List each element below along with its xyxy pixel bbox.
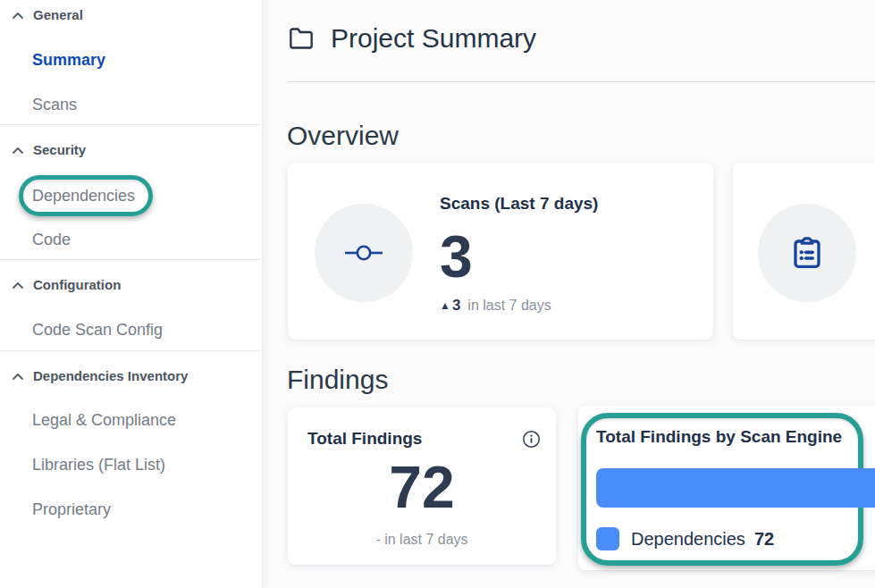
- chevron-up-icon: [12, 373, 24, 381]
- sidebar-section-label: General: [33, 5, 83, 25]
- scans-delta: ▲ 3 in last 7 days: [440, 295, 551, 316]
- clipboard-icon-circle: [758, 204, 856, 302]
- scan-commit-icon: [343, 241, 384, 265]
- main-content: Project Summary Overview Scans (Last 7 d…: [262, 0, 875, 588]
- sidebar-item-scans[interactable]: Scans: [32, 94, 77, 115]
- findings-heading: Findings: [287, 365, 388, 395]
- folder-icon: [287, 26, 316, 51]
- total-findings-title: Total Findings: [307, 428, 422, 449]
- total-findings-delta: - in last 7 days: [288, 532, 556, 548]
- legend-value: 72: [754, 529, 774, 550]
- sidebar-divider: [0, 124, 261, 125]
- sidebar-item-proprietary[interactable]: Proprietary: [32, 499, 111, 520]
- sidebar-item-libraries-flat-list[interactable]: Libraries (Flat List): [32, 454, 165, 475]
- scans-card-title: Scans (Last 7 days): [440, 193, 598, 214]
- sidebar-divider: [0, 350, 261, 351]
- sidebar-section-label: Configuration: [33, 275, 121, 295]
- sidebar-section-general[interactable]: General: [12, 5, 83, 25]
- scans-card: Scans (Last 7 days) 3 ▲ 3 in last 7 days: [288, 163, 713, 340]
- total-findings-card: Total Findings 72 - in last 7 days: [288, 407, 556, 565]
- legend-label: Dependencies: [631, 529, 745, 550]
- sidebar-section-configuration[interactable]: Configuration: [12, 275, 121, 295]
- chevron-up-icon: [12, 147, 24, 155]
- sidebar: General Summary Scans Security Dependenc…: [0, 0, 263, 588]
- sidebar-divider: [0, 259, 261, 260]
- up-triangle-icon: ▲: [440, 295, 450, 316]
- scans-icon-circle: [315, 204, 413, 302]
- chevron-up-icon: [12, 12, 24, 20]
- sidebar-section-label: Security: [33, 140, 86, 160]
- page-title: Project Summary: [331, 21, 536, 55]
- page-header: Project Summary: [287, 21, 536, 55]
- dependencies-bar-segment[interactable]: [596, 468, 875, 508]
- scans-delta-suffix: in last 7 days: [467, 295, 551, 316]
- findings-by-engine-title: Total Findings by Scan Engine: [596, 426, 842, 448]
- overview-heading: Overview: [287, 121, 399, 151]
- chevron-up-icon: [12, 281, 24, 290]
- header-divider: [288, 81, 875, 82]
- issues-card: [733, 163, 875, 340]
- sidebar-item-code-scan-config[interactable]: Code Scan Config: [32, 319, 163, 340]
- sidebar-section-label: Dependencies Inventory: [33, 366, 188, 386]
- sidebar-section-security[interactable]: Security: [12, 140, 86, 160]
- app-root: General Summary Scans Security Dependenc…: [0, 0, 875, 588]
- sidebar-section-dependencies-inventory[interactable]: Dependencies Inventory: [12, 366, 188, 386]
- scans-delta-value: 3: [452, 295, 460, 316]
- legend-swatch-dependencies: [596, 527, 619, 550]
- sidebar-item-code[interactable]: Code: [32, 229, 71, 250]
- clipboard-icon: [789, 235, 825, 271]
- legend-row: Dependencies 72: [596, 527, 774, 550]
- total-findings-count: 72: [288, 458, 556, 517]
- scans-count: 3: [440, 227, 473, 286]
- findings-by-engine-card: Total Findings by Scan Engine Dependenci…: [578, 406, 875, 570]
- info-icon[interactable]: [522, 430, 541, 449]
- sidebar-item-legal-compliance[interactable]: Legal & Compliance: [32, 409, 176, 431]
- sidebar-item-dependencies[interactable]: Dependencies: [32, 185, 135, 206]
- sidebar-item-summary[interactable]: Summary: [32, 49, 105, 71]
